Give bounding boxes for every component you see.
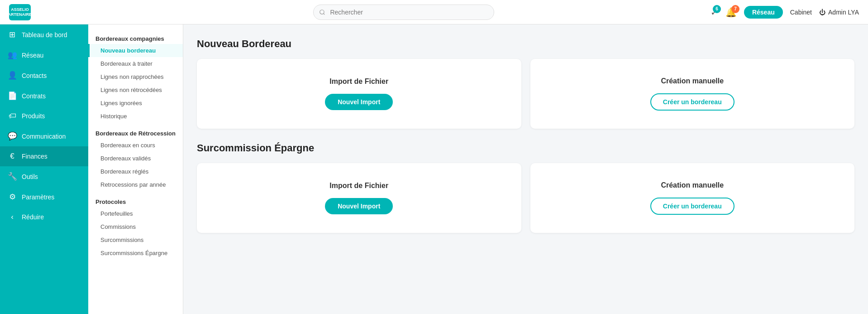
- submenu-item-bordereaux-a-traiter[interactable]: Bordereaux à traiter: [88, 57, 183, 70]
- app-header: ASSELIO PARTENAIRES ✓ 6 🔔 7 Réseau Cabin…: [0, 0, 868, 24]
- reseau-icon: 👥: [7, 50, 17, 60]
- logo-area: ASSELIO PARTENAIRES: [9, 4, 97, 20]
- header-right-area: ✓ 6 🔔 7 Réseau Cabinet ⏻ Admin LYA: [711, 6, 859, 19]
- submenu-section-bordereaux-compagnies: Bordereaux compagnies: [88, 32, 183, 44]
- card-creation-manuelle-1: Création manuelle Créer un bordereau: [530, 59, 855, 129]
- btn-nouvel-import-2[interactable]: Nouvel Import: [325, 198, 393, 214]
- tasks-button[interactable]: ✓ 6: [711, 7, 718, 18]
- sidebar-item-reseau[interactable]: 👥 Réseau: [0, 45, 88, 65]
- submenu-item-bordereaux-valides[interactable]: Bordereaux validés: [88, 152, 183, 165]
- reduire-icon: ‹: [7, 213, 17, 222]
- outils-icon: 🔧: [7, 172, 17, 181]
- parametres-icon: ⚙: [7, 192, 17, 202]
- btn-creer-bordereau-1[interactable]: Créer un bordereau: [650, 93, 734, 111]
- submenu-item-retrocessions-par-annee[interactable]: Retrocessions par année: [88, 178, 183, 191]
- produits-icon: 🏷: [7, 111, 17, 121]
- card-label-import-fichier-2: Import de Fichier: [329, 182, 388, 190]
- sidebar: ⊞ Tableau de bord 👥 Réseau 👤 Contacts 📄 …: [0, 24, 88, 314]
- submenu-section-protocoles: Protocoles: [88, 195, 183, 207]
- submenu-item-portefeuilles[interactable]: Portefeuilles: [88, 207, 183, 220]
- submenu-item-bordereaux-en-cours[interactable]: Bordereaux en cours: [88, 139, 183, 152]
- submenu-item-surcommissions[interactable]: Surcommissions: [88, 233, 183, 246]
- submenu-item-bordereaux-regles[interactable]: Bordereaux réglés: [88, 165, 183, 178]
- logo-icon: ASSELIO PARTENAIRES: [9, 4, 31, 20]
- main-content: Nouveau Bordereau Import de Fichier Nouv…: [183, 24, 868, 314]
- submenu-item-surcommissions-epargne[interactable]: Surcommissions Épargne: [88, 246, 183, 260]
- search-area: [313, 5, 494, 20]
- submenu-item-lignes-non-retrocedees[interactable]: Lignes non rétrocédées: [88, 83, 183, 97]
- power-icon: ⏻: [819, 9, 825, 16]
- sidebar-item-outils[interactable]: 🔧 Outils: [0, 166, 88, 187]
- sidebar-label-outils: Outils: [22, 173, 38, 180]
- sidebar-label-produits: Produits: [22, 112, 45, 120]
- submenu-item-lignes-ignorees[interactable]: Lignes ignorées: [88, 97, 183, 110]
- section-title-nouveau-bordereau: Nouveau Bordereau: [197, 38, 854, 50]
- contrats-icon: 📄: [7, 91, 17, 101]
- btn-nouvel-import-1[interactable]: Nouvel Import: [325, 94, 393, 110]
- btn-creer-bordereau-2[interactable]: Créer un bordereau: [650, 198, 734, 215]
- card-creation-manuelle-2: Création manuelle Créer un bordereau: [530, 163, 855, 233]
- section-nouveau-bordereau: Nouveau Bordereau Import de Fichier Nouv…: [197, 38, 854, 129]
- card-label-import-fichier-1: Import de Fichier: [329, 77, 388, 86]
- sidebar-label-finances: Finances: [22, 153, 48, 160]
- sidebar-label-parametres: Paramètres: [22, 193, 54, 201]
- communication-icon: 💬: [7, 131, 17, 141]
- cards-row-nouveau-bordereau: Import de Fichier Nouvel Import Création…: [197, 59, 854, 129]
- sidebar-item-contrats[interactable]: 📄 Contrats: [0, 86, 88, 106]
- sidebar-label-reseau: Réseau: [22, 52, 43, 59]
- submenu-item-commissions[interactable]: Commissions: [88, 220, 183, 233]
- reseau-button[interactable]: Réseau: [744, 6, 783, 19]
- section-surcommission-epargne: Surcommission Épargne Import de Fichier …: [197, 142, 854, 233]
- sidebar-label-reduire: Réduire: [22, 213, 44, 221]
- sidebar-label-contrats: Contrats: [22, 92, 46, 100]
- notifs-badge: 7: [731, 5, 739, 13]
- app-body: ⊞ Tableau de bord 👥 Réseau 👤 Contacts 📄 …: [0, 24, 868, 314]
- sidebar-label-communication: Communication: [22, 133, 66, 140]
- dashboard-icon: ⊞: [7, 30, 17, 39]
- sidebar-label-contacts: Contacts: [22, 72, 47, 79]
- sidebar-item-communication[interactable]: 💬 Communication: [0, 126, 88, 146]
- section-title-surcommission-epargne: Surcommission Épargne: [197, 142, 854, 154]
- contacts-icon: 👤: [7, 71, 17, 80]
- card-label-creation-manuelle-1: Création manuelle: [661, 77, 724, 85]
- submenu-item-nouveau-bordereau[interactable]: Nouveau bordereau: [88, 44, 183, 57]
- cards-row-surcommission-epargne: Import de Fichier Nouvel Import Création…: [197, 163, 854, 233]
- card-label-creation-manuelle-2: Création manuelle: [661, 181, 724, 189]
- sidebar-item-reduire[interactable]: ‹ Réduire: [0, 207, 88, 227]
- submenu-section-retrocession: Bordereaux de Rétrocession: [88, 126, 183, 139]
- submenu-item-historique[interactable]: Historique: [88, 110, 183, 123]
- finances-icon: €: [7, 152, 17, 161]
- sidebar-item-contacts[interactable]: 👤 Contacts: [0, 65, 88, 86]
- sidebar-item-finances[interactable]: € Finances: [0, 146, 88, 166]
- submenu-item-lignes-non-rapprochees[interactable]: Lignes non rapprochées: [88, 70, 183, 83]
- search-input[interactable]: [313, 5, 494, 20]
- card-import-fichier-1: Import de Fichier Nouvel Import: [197, 59, 521, 129]
- admin-menu[interactable]: ⏻ Admin LYA: [819, 9, 859, 16]
- sidebar-item-produits[interactable]: 🏷 Produits: [0, 106, 88, 126]
- card-import-fichier-2: Import de Fichier Nouvel Import: [197, 163, 521, 233]
- logo-text: ASSELIO PARTENAIRES: [5, 7, 34, 17]
- notifications-button[interactable]: 🔔 7: [725, 7, 737, 18]
- cabinet-link[interactable]: Cabinet: [790, 9, 812, 16]
- sidebar-label-tableau-de-bord: Tableau de bord: [22, 31, 67, 39]
- admin-label: Admin LYA: [828, 9, 859, 16]
- tasks-badge: 6: [713, 5, 721, 13]
- sidebar-item-tableau-de-bord[interactable]: ⊞ Tableau de bord: [0, 24, 88, 45]
- sidebar-item-parametres[interactable]: ⚙ Paramètres: [0, 187, 88, 207]
- submenu-panel: Bordereaux compagnies Nouveau bordereau …: [88, 24, 183, 314]
